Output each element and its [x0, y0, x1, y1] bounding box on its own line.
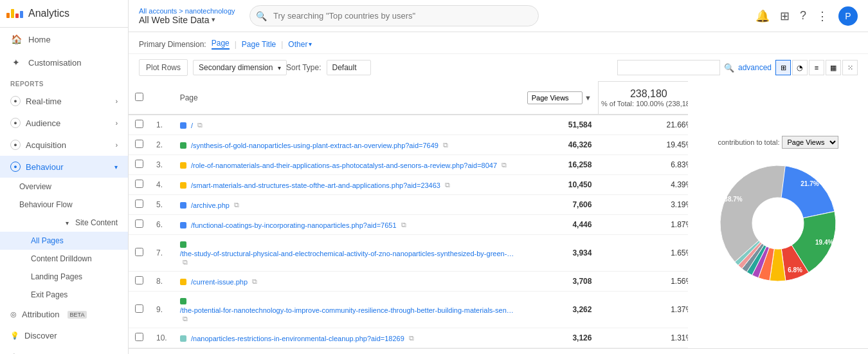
row-checkbox-cell — [129, 175, 150, 195]
list-view-button[interactable]: ≡ — [809, 60, 824, 75]
advanced-link[interactable]: advanced — [738, 63, 772, 72]
sidebar-item-realtime[interactable]: ● Real-time › — [0, 90, 128, 112]
grid-view-button[interactable]: ⊞ — [775, 60, 791, 75]
account-name[interactable]: All Web Site Data ▾ — [139, 15, 242, 25]
table-controls: Plot Rows Secondary dimension ▾ Sort Typ… — [129, 54, 868, 81]
row-checkbox[interactable] — [135, 276, 143, 284]
page-url-link[interactable]: /nanoparticles-restrictions-in-environme… — [191, 335, 404, 342]
sidebar-item-acquisition[interactable]: ● Acquisition › — [0, 134, 128, 156]
pie-view-button[interactable]: ◔ — [792, 60, 808, 75]
sidebar-item-exit-pages[interactable]: Exit Pages — [0, 286, 128, 304]
sidebar-item-admin[interactable]: ⚙ Admin — [0, 346, 128, 354]
sidebar-header: Analytics — [0, 0, 128, 28]
page-column-header: Page — [174, 82, 521, 115]
row-page-cell: /functional-coatings-by-incorporating-na… — [174, 215, 521, 235]
row-checkbox[interactable] — [135, 180, 143, 188]
sidebar-item-site-content[interactable]: ▾ Site Content — [0, 214, 128, 232]
secondary-dimension-select[interactable]: Secondary dimension — [193, 60, 287, 75]
sidebar: Analytics 🏠 Home ✦ Customisation REPORTS… — [0, 0, 129, 354]
row-checkbox[interactable] — [135, 219, 143, 228]
audience-icon: ● — [10, 118, 21, 128]
sort-type-wrapper: Default — [327, 60, 371, 75]
search-input[interactable] — [249, 5, 539, 26]
sidebar-item-label: Customisation — [28, 58, 81, 68]
page-url-link[interactable]: /role-of-nanomaterials-and-their-applica… — [191, 162, 497, 169]
sidebar-item-label: Behaviour — [26, 162, 64, 172]
row-checkbox[interactable] — [135, 200, 143, 208]
page-url-link[interactable]: /the-potential-for-nanotechnology-to-imp… — [180, 306, 514, 314]
notifications-icon[interactable]: 🔔 — [755, 9, 770, 23]
copy-icon[interactable]: ⧉ — [502, 161, 507, 169]
row-checkbox[interactable] — [135, 304, 143, 313]
pie-label: 6.8% — [788, 266, 802, 274]
copy-icon[interactable]: ⧉ — [252, 277, 257, 285]
row-page-cell: /the-study-of-structural-physical-and-el… — [174, 235, 521, 272]
sidebar-item-label: Home — [28, 35, 51, 44]
pie-segment[interactable] — [778, 165, 835, 218]
sidebar-item-customisation[interactable]: ✦ Customisation — [0, 51, 128, 74]
attribution-icon: ◎ — [10, 310, 17, 319]
table-search-input[interactable] — [617, 60, 720, 75]
page-url-link[interactable]: / — [191, 122, 193, 129]
sidebar-item-overview[interactable]: Overview — [0, 178, 128, 196]
sidebar-item-attribution[interactable]: ◎ Attribution BETA — [0, 304, 128, 325]
sidebar-item-home[interactable]: 🏠 Home — [0, 28, 128, 51]
sidebar-item-behaviour-flow[interactable]: Behaviour Flow — [0, 196, 128, 214]
sidebar-item-audience[interactable]: ● Audience › — [0, 112, 128, 134]
row-number: 7. — [150, 235, 174, 272]
copy-icon[interactable]: ⧉ — [183, 258, 188, 266]
dim-page-title-link[interactable]: Page Title — [242, 40, 276, 49]
apps-icon[interactable]: ⊞ — [780, 9, 790, 23]
row-pct: 4.39% — [598, 175, 688, 195]
sidebar-item-behaviour[interactable]: ● Behaviour ▾ — [0, 156, 128, 178]
sort-down-icon[interactable]: ▼ — [584, 94, 592, 102]
search-icon: 🔍 — [256, 11, 267, 21]
row-checkbox[interactable] — [135, 248, 143, 256]
copy-icon[interactable]: ⧉ — [443, 141, 448, 149]
row-pv: 7,606 — [521, 195, 599, 215]
row-checkbox[interactable] — [135, 140, 143, 148]
contrib-select[interactable]: Page Views — [782, 136, 838, 149]
search-bar: 🔍 — [249, 5, 539, 26]
sidebar-item-landing-pages[interactable]: Landing Pages — [0, 268, 128, 286]
copy-icon[interactable]: ⧉ — [234, 201, 239, 209]
page-url-link[interactable]: /the-study-of-structural-physical-and-el… — [180, 250, 514, 257]
row-number: 5. — [150, 195, 174, 215]
dim-page-link[interactable]: Page — [212, 39, 230, 50]
pie-container: contribution to total: Page Views 21.7%1… — [707, 136, 849, 294]
copy-icon[interactable]: ⧉ — [197, 121, 203, 129]
row-pv: 3,262 — [521, 292, 599, 328]
metric-column-select[interactable]: Page Views — [527, 91, 583, 104]
account-path[interactable]: All accounts > nanotechnology — [139, 7, 242, 15]
secondary-dim-wrapper: Secondary dimension ▾ — [193, 60, 281, 75]
dim-other-link[interactable]: Other ▾ — [288, 40, 312, 49]
sidebar-item-all-pages[interactable]: All Pages — [0, 232, 128, 250]
page-url-link[interactable]: /synthesis-of-gold-nanoparticles-using-p… — [191, 142, 439, 149]
table-search-icon[interactable]: 🔍 — [724, 63, 734, 73]
avatar[interactable]: P — [838, 6, 858, 26]
page-url-link[interactable]: /current-issue.php — [191, 278, 248, 286]
help-icon[interactable]: ? — [800, 9, 806, 23]
sidebar-item-content-drilldown[interactable]: Content Drilldown — [0, 250, 128, 268]
sort-type-select[interactable]: Default — [327, 60, 371, 75]
row-checkbox[interactable] — [135, 333, 143, 341]
copy-icon[interactable]: ⧉ — [409, 334, 414, 342]
row-checkbox-cell — [129, 215, 150, 235]
page-url-link[interactable]: /functional-coatings-by-incorporating-na… — [191, 221, 397, 229]
plot-rows-button[interactable]: Plot Rows — [139, 59, 188, 76]
page-url-link[interactable]: /archive.php — [191, 201, 230, 209]
bar-view-button[interactable]: ▦ — [826, 60, 841, 75]
copy-icon[interactable]: ⧉ — [401, 221, 406, 228]
more-icon[interactable]: ⋮ — [817, 9, 828, 23]
discover-icon: 💡 — [10, 331, 19, 340]
page-url-link[interactable]: /smart-materials-and-structures-state-of… — [191, 182, 440, 189]
row-checkbox[interactable] — [135, 160, 143, 168]
select-all-checkbox[interactable] — [135, 93, 143, 101]
copy-icon[interactable]: ⧉ — [445, 181, 450, 189]
copy-icon[interactable]: ⧉ — [183, 315, 188, 322]
row-checkbox[interactable] — [135, 120, 143, 128]
scatter-view-button[interactable]: ⁙ — [842, 60, 858, 75]
sidebar-item-discover[interactable]: 💡 Discover — [0, 325, 128, 346]
row-pv: 10,450 — [521, 175, 599, 195]
row-pct: 1.31% — [598, 328, 688, 348]
